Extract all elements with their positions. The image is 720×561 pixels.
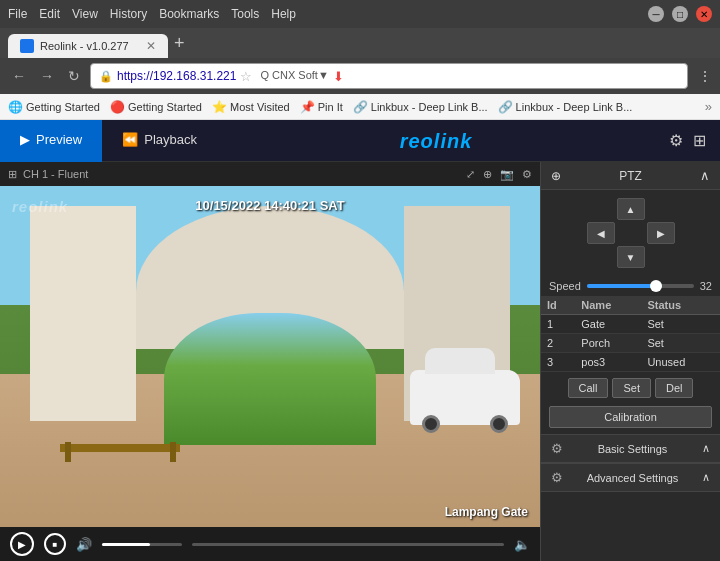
tab-playback[interactable]: ⏪ Playback bbox=[102, 120, 217, 162]
toolbar-icons: ⋮ bbox=[698, 68, 712, 84]
speaker-icon: 🔈 bbox=[514, 537, 530, 552]
basic-settings-collapse-icon[interactable]: ∧ bbox=[702, 442, 710, 455]
preset-cell-name: Porch bbox=[575, 334, 641, 353]
bookmark-label-1: Getting Started bbox=[26, 101, 100, 113]
bookmark-label-4: Pin It bbox=[318, 101, 343, 113]
menu-file[interactable]: File bbox=[8, 7, 27, 21]
new-tab-button[interactable]: + bbox=[174, 33, 185, 58]
app-logo: reolink bbox=[400, 128, 473, 154]
volume-icon[interactable]: 🔊 bbox=[76, 537, 92, 552]
advanced-settings-collapse-icon[interactable]: ∧ bbox=[702, 471, 710, 484]
bookmark-most-visited[interactable]: ⭐ Most Visited bbox=[212, 100, 290, 114]
camera-icon[interactable]: 📷 bbox=[500, 168, 514, 181]
ptz-directional-controls: ▲ ◀ ▶ ▼ bbox=[541, 190, 720, 276]
speed-handle[interactable] bbox=[650, 280, 662, 292]
speed-value: 32 bbox=[700, 280, 712, 292]
maximize-button[interactable]: □ bbox=[672, 6, 688, 22]
bookmarks-overflow[interactable]: » bbox=[705, 99, 712, 114]
forward-button[interactable]: → bbox=[36, 66, 58, 86]
preset-table-row[interactable]: 3pos3Unused bbox=[541, 353, 720, 372]
call-button[interactable]: Call bbox=[568, 378, 609, 398]
advanced-settings-section[interactable]: ⚙ Advanced Settings ∧ bbox=[541, 463, 720, 492]
stop-button[interactable]: ■ bbox=[44, 533, 66, 555]
reload-button[interactable]: ↻ bbox=[64, 66, 84, 86]
tab-preview[interactable]: ▶ Preview bbox=[0, 120, 102, 162]
del-button[interactable]: Del bbox=[655, 378, 694, 398]
menu-help[interactable]: Help bbox=[271, 7, 296, 21]
col-id: Id bbox=[541, 296, 575, 315]
logo-text: reolink bbox=[400, 130, 473, 152]
menu-view[interactable]: View bbox=[72, 7, 98, 21]
ptz-down-button[interactable]: ▼ bbox=[617, 246, 645, 268]
channel-label: CH 1 - Fluent bbox=[23, 168, 88, 180]
extensions-icon[interactable]: ⋮ bbox=[698, 68, 712, 84]
address-input[interactable]: 🔒 https://192.168.31.221 ☆ Q CNX Soft▼ ⬇ bbox=[90, 63, 688, 89]
menu-tools[interactable]: Tools bbox=[231, 7, 259, 21]
ptz-panel: ⊕ PTZ ∧ ▲ ◀ ▶ ▼ bbox=[540, 162, 720, 561]
timeline-slider[interactable] bbox=[192, 543, 504, 546]
bookmark-linkbux-1[interactable]: 🔗 Linkbux - Deep Link B... bbox=[353, 100, 488, 114]
ptz-up-button[interactable]: ▲ bbox=[617, 198, 645, 220]
lock-icon: 🔒 bbox=[99, 70, 113, 83]
play-button[interactable]: ▶ bbox=[10, 532, 34, 556]
ptz-spacer-tl bbox=[587, 198, 615, 220]
back-button[interactable]: ← bbox=[8, 66, 30, 86]
ptz-action-buttons: Call Set Del bbox=[541, 372, 720, 404]
bookmark-getting-started-1[interactable]: 🌐 Getting Started bbox=[8, 100, 100, 114]
bookmark-icon-5: 🔗 bbox=[353, 100, 368, 114]
set-button[interactable]: Set bbox=[612, 378, 651, 398]
preset-table-row[interactable]: 1GateSet bbox=[541, 315, 720, 334]
expand-icon[interactable]: ⤢ bbox=[466, 168, 475, 181]
menu-bar[interactable]: File Edit View History Bookmarks Tools H… bbox=[8, 7, 296, 21]
volume-slider[interactable] bbox=[102, 543, 182, 546]
ptz-speed-control: Speed 32 bbox=[541, 276, 720, 296]
video-toolbar-icons: ⤢ ⊕ 📷 ⚙ bbox=[466, 168, 532, 181]
ptz-spacer-bl bbox=[587, 246, 615, 268]
col-status: Status bbox=[641, 296, 720, 315]
ptz-row-bottom: ▼ bbox=[587, 246, 675, 268]
tab-title: Reolink - v1.0.277 bbox=[40, 40, 129, 52]
menu-bookmarks[interactable]: Bookmarks bbox=[159, 7, 219, 21]
bookmark-icon-3: ⭐ bbox=[212, 100, 227, 114]
ptz-title: PTZ bbox=[619, 169, 642, 183]
bookmark-star-icon[interactable]: ☆ bbox=[240, 69, 252, 84]
download-icon[interactable]: ⬇ bbox=[333, 69, 344, 84]
add-channel-icon[interactable]: ⊕ bbox=[483, 168, 492, 181]
search-label: Q CNX Soft▼ bbox=[260, 69, 328, 84]
ptz-spacer-br bbox=[647, 246, 675, 268]
preset-cell-status: Unused bbox=[641, 353, 720, 372]
url-text[interactable]: https://192.168.31.221 bbox=[117, 69, 236, 83]
browser-tabs-bar: Reolink - v1.0.277 ✕ + bbox=[0, 28, 720, 58]
car-wheel-left bbox=[422, 415, 440, 433]
bookmark-pin-it[interactable]: 📌 Pin It bbox=[300, 100, 343, 114]
menu-edit[interactable]: Edit bbox=[39, 7, 60, 21]
menu-history[interactable]: History bbox=[110, 7, 147, 21]
ptz-row-top: ▲ bbox=[587, 198, 675, 220]
video-panel: ⊞ CH 1 - Fluent ⤢ ⊕ 📷 ⚙ bbox=[0, 162, 540, 561]
ptz-left-button[interactable]: ◀ bbox=[587, 222, 615, 244]
channel-grid-icon: ⊞ bbox=[8, 168, 17, 181]
minimize-button[interactable]: ─ bbox=[648, 6, 664, 22]
tab-close-button[interactable]: ✕ bbox=[146, 39, 156, 53]
video-frame: reolink 10/15/2022 14:40:21 SAT Lampang … bbox=[0, 186, 540, 527]
ptz-collapse-icon[interactable]: ∧ bbox=[700, 168, 710, 183]
preset-cell-status: Set bbox=[641, 315, 720, 334]
settings-video-icon[interactable]: ⚙ bbox=[522, 168, 532, 181]
basic-settings-section[interactable]: ⚙ Basic Settings ∧ bbox=[541, 434, 720, 463]
bookmark-icon-1: 🌐 bbox=[8, 100, 23, 114]
speed-slider[interactable] bbox=[587, 284, 694, 288]
bookmark-linkbux-2[interactable]: 🔗 Linkbux - Deep Link B... bbox=[498, 100, 633, 114]
app-header-icons: ⚙ ⊞ bbox=[655, 131, 720, 150]
close-button[interactable]: ✕ bbox=[696, 6, 712, 22]
preset-table-row[interactable]: 2PorchSet bbox=[541, 334, 720, 353]
fullscreen-icon[interactable]: ⊞ bbox=[693, 131, 706, 150]
bookmark-icon-4: 📌 bbox=[300, 100, 315, 114]
settings-icon[interactable]: ⚙ bbox=[669, 131, 683, 150]
calibration-button[interactable]: Calibration bbox=[549, 406, 712, 428]
window-controls: ─ □ ✕ bbox=[648, 6, 712, 22]
ptz-right-button[interactable]: ▶ bbox=[647, 222, 675, 244]
preset-cell-name: Gate bbox=[575, 315, 641, 334]
bookmark-getting-started-2[interactable]: 🔴 Getting Started bbox=[110, 100, 202, 114]
video-container: reolink 10/15/2022 14:40:21 SAT Lampang … bbox=[0, 186, 540, 527]
browser-tab[interactable]: Reolink - v1.0.277 ✕ bbox=[8, 34, 168, 58]
